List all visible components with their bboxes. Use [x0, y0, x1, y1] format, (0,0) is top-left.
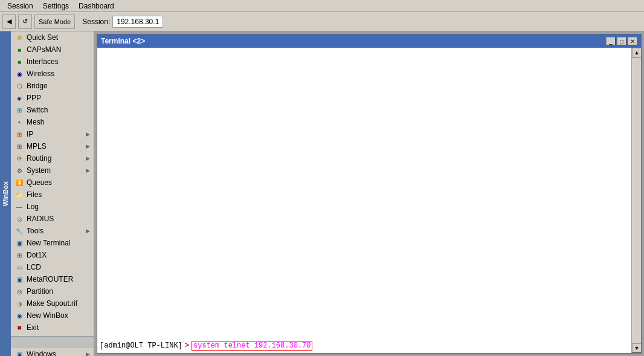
mpls-icon: ⊞: [14, 141, 24, 151]
menubar: Session Settings Dashboard: [0, 0, 644, 12]
sidebar-item-quick-set[interactable]: ⚙ Quick Set: [11, 31, 94, 44]
scrollbar-down-button[interactable]: ▼: [632, 343, 641, 353]
scrollbar-up-button[interactable]: ▲: [632, 48, 641, 57]
menu-dashboard[interactable]: Dashboard: [74, 1, 119, 11]
sidebar-item-switch[interactable]: ⊞ Switch: [11, 104, 94, 116]
terminal-maximize-button[interactable]: □: [617, 37, 626, 45]
sidebar-label-radius: RADIUS: [27, 215, 54, 223]
back-button[interactable]: ◀: [2, 15, 16, 29]
sidebar-item-new-terminal[interactable]: ▣ New Terminal: [11, 237, 94, 249]
scrollbar-track[interactable]: [632, 57, 641, 343]
terminal-prompt-arrow: >: [185, 341, 189, 350]
routing-icon: ⟳: [14, 154, 24, 163]
session-value: 192.168.30.1: [112, 16, 163, 28]
windows-arrow-icon: ▶: [86, 351, 90, 356]
bridge-icon: ⬡: [14, 81, 24, 91]
sidebar-label-routing: Routing: [27, 154, 51, 163]
ip-arrow-icon: ▶: [86, 131, 90, 137]
sidebar-label-partition: Partition: [27, 287, 53, 296]
sidebar-item-system[interactable]: ⚙ System ▶: [11, 164, 94, 176]
sidebar-label-interfaces: Interfaces: [27, 57, 59, 66]
sidebar-label-files: Files: [27, 190, 42, 199]
dot1x-icon: ⊞: [14, 250, 24, 260]
sidebar-item-routing[interactable]: ⟳ Routing ▶: [11, 152, 94, 164]
sidebar-item-bridge[interactable]: ⬡ Bridge: [11, 80, 94, 92]
sidebar-label-dot1x: Dot1X: [27, 251, 47, 259]
menu-settings[interactable]: Settings: [38, 1, 74, 11]
sidebar-item-capsman[interactable]: ■ CAPsMAN: [11, 44, 94, 56]
sidebar-item-windows[interactable]: ▣ Windows ▶: [11, 348, 94, 356]
refresh-button[interactable]: ↺: [18, 15, 32, 29]
sidebar-item-ip[interactable]: ⊞ IP ▶: [11, 128, 94, 140]
terminal-titlebar: Terminal <2> _ □ ✕: [97, 34, 641, 48]
sidebar-item-ppp[interactable]: ◈ PPP: [11, 92, 94, 104]
safe-mode-button[interactable]: Safe Mode: [34, 15, 75, 29]
sidebar-item-dot1x[interactable]: ⊞ Dot1X: [11, 249, 94, 261]
exit-icon: ✖: [14, 323, 24, 332]
sidebar-label-system: System: [27, 166, 51, 175]
terminal-title: Terminal <2>: [101, 37, 145, 45]
sidebar-item-newwinbox[interactable]: ◉ New WinBox: [11, 309, 94, 322]
sidebar-label-ip: IP: [27, 130, 33, 138]
sidebar-item-partition[interactable]: ◎ Partition: [11, 285, 94, 297]
terminal-prompt: [admin@OLT TP-LINK]: [100, 341, 182, 350]
terminal-window: Terminal <2> _ □ ✕ [admin@OLT TP-LINK] >: [97, 34, 642, 354]
sidebar-item-wireless[interactable]: ◉ Wireless: [11, 68, 94, 80]
sidebar-item-radius[interactable]: ◎ RADIUS: [11, 213, 94, 225]
sidebar-label-switch: Switch: [27, 106, 48, 114]
session-label: Session:: [82, 18, 110, 26]
menu-session[interactable]: Session: [2, 1, 38, 11]
system-icon: ⚙: [14, 166, 24, 175]
routing-arrow-icon: ▶: [86, 155, 90, 161]
ip-icon: ⊞: [14, 129, 24, 139]
sidebar-item-exit[interactable]: ✖ Exit: [11, 322, 94, 334]
terminal-command-input[interactable]: [192, 341, 312, 351]
interfaces-icon: ■: [14, 57, 24, 66]
terminal-prompt-line: [admin@OLT TP-LINK] >: [100, 341, 629, 351]
switch-icon: ⊞: [14, 105, 24, 115]
lcd-icon: ▭: [14, 262, 24, 272]
partition-icon: ◎: [14, 286, 24, 296]
quick-set-icon: ⚙: [14, 33, 24, 42]
files-icon: 📁: [14, 190, 24, 199]
terminal-minimize-button[interactable]: _: [606, 37, 616, 45]
sidebar-item-queues[interactable]: ⏬ Queues: [11, 176, 94, 189]
radius-icon: ◎: [14, 214, 24, 224]
windows-icon: ▣: [14, 349, 24, 356]
sidebar: ⚙ Quick Set ■ CAPsMAN ■ Interfaces ◉ Wir…: [11, 31, 94, 356]
sidebar-label-makesupout: Make Supout.rif: [27, 299, 77, 308]
sidebar-label-queues: Queues: [27, 178, 52, 187]
sidebar-item-interfaces[interactable]: ■ Interfaces: [11, 56, 94, 68]
sidebar-item-metarouter[interactable]: ▣ MetaROUTER: [11, 273, 94, 285]
tools-icon: 🔧: [14, 226, 24, 236]
sidebar-item-log[interactable]: — Log: [11, 201, 94, 213]
capsman-icon: ■: [14, 45, 24, 54]
sidebar-item-files[interactable]: 📁 Files: [11, 189, 94, 201]
sidebar-item-makesupout[interactable]: ◑ Make Supout.rif: [11, 297, 94, 309]
sidebar-label-newwinbox: New WinBox: [27, 311, 68, 320]
toolbar: ◀ ↺ Safe Mode Session: 192.168.30.1: [0, 12, 644, 31]
ppp-icon: ◈: [14, 93, 24, 103]
queues-icon: ⏬: [14, 178, 24, 187]
terminal-close-button[interactable]: ✕: [628, 37, 637, 45]
newwinbox-icon: ◉: [14, 311, 24, 320]
sidebar-item-mpls[interactable]: ⊞ MPLS ▶: [11, 140, 94, 152]
main-layout: WinBox ⚙ Quick Set ■ CAPsMAN ■ Interface…: [0, 31, 644, 356]
content-area: Terminal <2> _ □ ✕ [admin@OLT TP-LINK] >: [94, 31, 644, 356]
sidebar-item-mesh[interactable]: • Mesh: [11, 116, 94, 128]
sidebar-item-tools[interactable]: 🔧 Tools ▶: [11, 225, 94, 237]
tools-arrow-icon: ▶: [86, 228, 90, 234]
wireless-icon: ◉: [14, 69, 24, 79]
terminal-scrollbar: ▲ ▼: [631, 48, 641, 353]
sidebar-item-lcd[interactable]: ▭ LCD: [11, 261, 94, 273]
sidebar-label-mesh: Mesh: [27, 118, 44, 126]
sidebar-label-mpls: MPLS: [27, 142, 47, 150]
winbox-label: WinBox: [0, 31, 11, 356]
sidebar-label-log: Log: [27, 202, 39, 211]
sidebar-label-lcd: LCD: [27, 263, 41, 271]
sidebar-label-exit: Exit: [27, 323, 39, 332]
terminal-titlebar-buttons: _ □ ✕: [606, 37, 637, 45]
sidebar-label-windows: Windows: [27, 350, 56, 356]
sidebar-label-bridge: Bridge: [27, 82, 48, 90]
sidebar-label-wireless: Wireless: [27, 70, 54, 78]
